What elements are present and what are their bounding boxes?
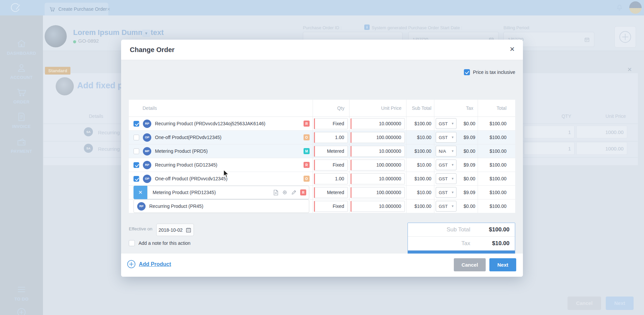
table-row: OP One-off Product(PRDvdv12345) O 1.00 1… — [129, 131, 515, 144]
calendar-icon[interactable] — [185, 227, 192, 233]
unit-price-input[interactable]: 10.000000 — [351, 146, 405, 157]
tab-create-purchase-order[interactable]: Create Purchase Order × — [45, 3, 108, 15]
chevron-down-icon: ▼ — [451, 163, 454, 167]
title-dropdown-button[interactable]: ▼ — [142, 30, 150, 37]
bg-unit-price-input[interactable]: 1000.00 — [576, 142, 627, 155]
product-select-box[interactable]: RP Recurring Product (PR45) — [133, 199, 309, 213]
tax-inclusive-label: Price is tax inclusive — [473, 70, 515, 75]
unit-price-input[interactable]: 100.000000 — [351, 187, 405, 198]
row-checkbox[interactable] — [133, 176, 139, 182]
row-checkbox[interactable] — [133, 135, 139, 140]
gear-icon[interactable] — [282, 190, 287, 195]
bg-qty-input[interactable]: 1 — [524, 126, 575, 138]
product-name: Recurring Product (PR45) — [149, 204, 309, 209]
sub-total-value: $10.00 — [417, 162, 431, 168]
bg-qty-input[interactable]: 1 — [524, 142, 575, 155]
table-row-editing: ✕ Metering Product (PRD12345) — [129, 186, 515, 199]
tax-code-select[interactable]: GST▼ — [436, 187, 457, 198]
change-order-modal: Change Order ✕ Price is tax inclusive De… — [121, 40, 523, 277]
add-section-button[interactable] — [614, 26, 636, 48]
tax-value: $0.00 — [464, 148, 475, 154]
qty-input[interactable]: Metered — [314, 146, 348, 157]
calendar-icon[interactable] — [584, 37, 590, 43]
modal-next-button[interactable]: Next — [489, 258, 516, 271]
product-edit-box[interactable]: Metering Product (PRD12345) — [147, 186, 309, 199]
qty-input[interactable]: Fixed — [314, 118, 348, 129]
chevron-down-icon: ▼ — [451, 149, 454, 153]
modal-close-icon[interactable]: ✕ — [509, 46, 515, 52]
note-checkbox[interactable] — [129, 240, 135, 246]
qty-input[interactable]: Metered — [314, 187, 348, 198]
sidebar: DASHBOARD ACCOUNT ORDER INVOICE PAYMENT — [0, 15, 43, 315]
sidebar-item-invoice[interactable]: INVOICE — [0, 111, 43, 129]
row-checkbox[interactable] — [133, 162, 139, 168]
tax-code-select[interactable]: GST▼ — [436, 160, 457, 170]
sidebar-item-order[interactable]: ORDER — [0, 87, 43, 104]
notifications-bell-icon[interactable] — [616, 4, 623, 11]
page-cancel-button[interactable]: Cancel — [568, 297, 601, 310]
chevron-down-icon: ▼ — [451, 177, 454, 180]
row-checkbox[interactable] — [133, 121, 139, 127]
tax-value: $0.00 — [464, 176, 475, 181]
recurring-tag: R — [304, 162, 310, 168]
total-value: $100.00 — [489, 190, 506, 195]
add-product-link[interactable]: Add Product — [127, 260, 171, 269]
pencil-icon[interactable] — [291, 190, 297, 195]
row-action-icons: R — [273, 189, 309, 195]
table-row: RP Recurring Product (PRDvvcdv1234oj5256… — [129, 117, 515, 131]
sidebar-item-todo[interactable]: TO DO — [0, 284, 43, 302]
card-close-icon[interactable]: ✕ — [627, 66, 632, 73]
bg-product-badge: SA — [84, 144, 93, 153]
bg-qty-header: QTY — [522, 114, 571, 119]
sidebar-item-dashboard[interactable]: DASHBOARD — [0, 38, 43, 56]
total-value: $100.00 — [489, 204, 506, 209]
tax-inclusive-checkbox[interactable] — [464, 69, 470, 75]
tax-code-select[interactable]: GST▼ — [436, 132, 457, 143]
unit-price-input[interactable]: 10.000000 — [351, 201, 405, 212]
sidebar-item-new[interactable]: NEW — [0, 307, 43, 315]
effective-date-picker[interactable]: 2018-10-02 — [156, 224, 194, 236]
qty-input[interactable]: 1.00 — [314, 132, 348, 143]
unit-price-input[interactable]: 10.000000 — [351, 173, 405, 184]
start-date-label: Purchase Order Start Date : — [408, 25, 462, 30]
document-icon[interactable] — [273, 190, 278, 195]
recurring-tag: R — [300, 189, 306, 195]
sidebar-item-payment[interactable]: PAYMENT — [0, 136, 43, 154]
order-items-table: Details Qty Unit Price Sub Total Tax Tot… — [129, 100, 515, 213]
remove-row-button[interactable]: ✕ — [133, 186, 147, 199]
unit-price-input[interactable]: 100.000000 — [351, 132, 405, 143]
tax-code-select[interactable]: GST▼ — [436, 118, 457, 129]
table-row-new: RP Recurring Product (PR45) Fixed 10.000… — [129, 199, 515, 213]
bg-product-badge: SA — [84, 127, 93, 136]
row-checkbox[interactable] — [133, 148, 139, 154]
sidebar-item-account[interactable]: ACCOUNT — [0, 62, 43, 80]
tax-value: $0.00 — [464, 121, 475, 126]
bg-unit-price-input[interactable]: 1000.00 — [576, 126, 627, 138]
bg-unit-price-header: Unit Price — [576, 114, 626, 119]
unit-price-input[interactable]: 100.000000 — [351, 160, 405, 171]
order-id: GO-0892 — [78, 38, 99, 44]
app-screen: Create Purchase Order × DASHBOARD ACCOUN… — [0, 0, 644, 315]
tax-code-select[interactable]: N/A▼ — [436, 146, 457, 156]
app-logo-icon — [9, 2, 21, 14]
user-avatar[interactable] — [629, 1, 642, 14]
tab-label: Create Purchase Order — [58, 6, 107, 12]
total-value: $100.00 — [489, 121, 506, 126]
sub-total-value: $10.00 — [417, 135, 431, 140]
tax-code-select[interactable]: GST▼ — [436, 201, 457, 212]
modal-header: Change Order ✕ — [121, 40, 523, 60]
qty-input[interactable]: 1.00 — [314, 173, 348, 184]
cart-icon — [49, 6, 55, 12]
sub-total-value: $100.00 — [414, 204, 431, 209]
tax-code-select[interactable]: GST▼ — [436, 173, 457, 184]
qty-input[interactable]: Fixed — [314, 160, 348, 171]
page-next-button[interactable]: Next — [606, 297, 634, 310]
unit-price-input[interactable]: 10.000000 — [351, 118, 405, 129]
qty-input[interactable]: Fixed — [314, 201, 348, 212]
table-row: OP One-off Product (PRDvvcdv12345) O 1.0… — [129, 172, 515, 186]
home-icon — [16, 38, 27, 49]
modal-cancel-button[interactable]: Cancel — [454, 258, 486, 271]
plus-circle-icon — [16, 307, 27, 315]
product-name: Metering Product (PRD12345) — [153, 190, 273, 195]
tab-close-icon[interactable]: × — [107, 6, 110, 12]
